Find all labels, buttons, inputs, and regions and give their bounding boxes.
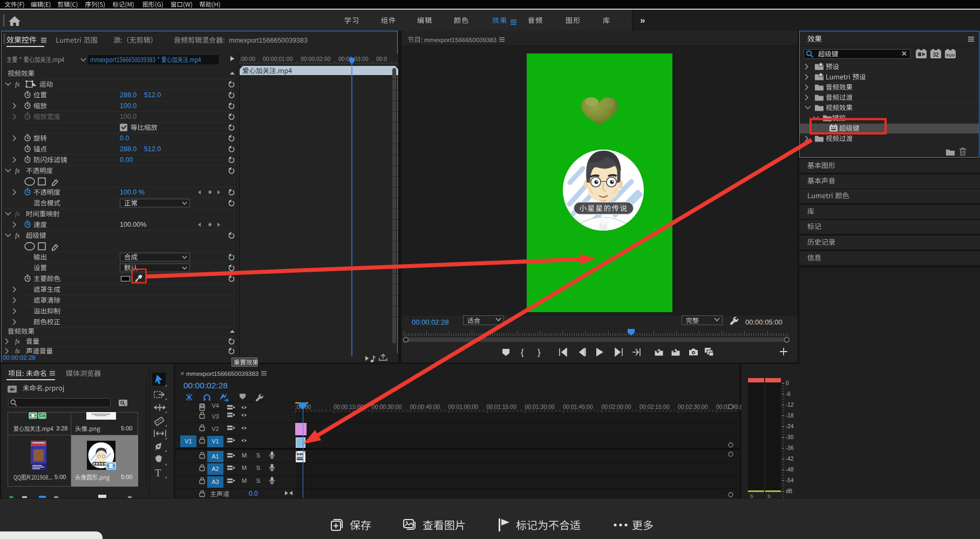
svg-text:32: 32	[933, 52, 939, 58]
svg-text:YUV: YUV	[946, 53, 955, 58]
